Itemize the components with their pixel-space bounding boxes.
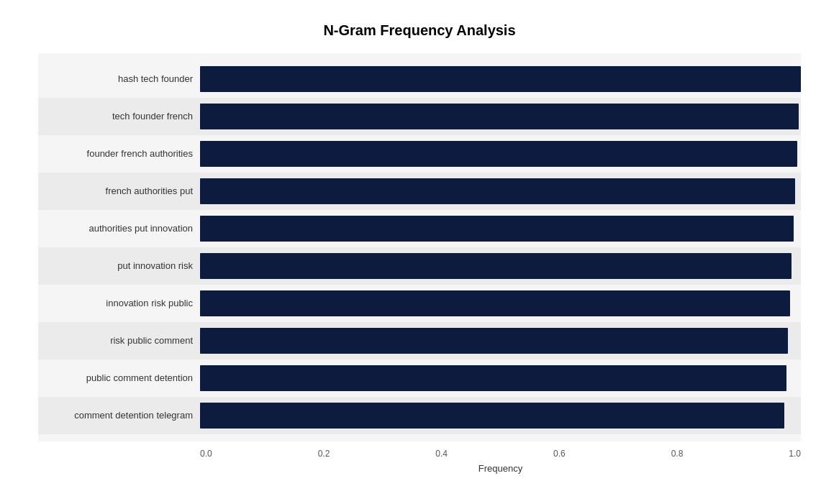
bar-row: put innovation risk [38,247,801,285]
bar-row: risk public comment [38,322,801,359]
x-ticks: 0.00.20.40.60.81.0 [200,446,801,459]
bar-fill [200,328,788,354]
x-tick: 0.6 [553,449,566,459]
x-axis-label: Frequency [200,463,801,474]
bar-track [200,290,801,316]
bar-track [200,403,801,429]
x-tick: 0.0 [200,449,212,459]
bar-label: hash tech founder [38,73,200,84]
bar-track [200,104,801,129]
bar-track [200,365,801,391]
bar-track [200,141,801,167]
bar-row: hash tech founder [38,60,801,98]
bar-track [200,328,801,354]
bar-fill [200,290,790,316]
bar-fill [200,104,799,129]
chart-title: N-Gram Frequency Analysis [38,22,801,39]
bar-row: tech founder french [38,98,801,135]
bar-fill [200,141,797,167]
bar-fill [200,66,801,92]
bar-label: risk public comment [38,335,200,346]
bar-track [200,66,801,92]
chart-container: N-Gram Frequency Analysis hash tech foun… [24,8,815,497]
bar-row: authorities put innovation [38,210,801,247]
bar-fill [200,253,792,279]
x-tick: 0.4 [435,449,448,459]
bar-label: authorities put innovation [38,223,200,234]
bar-fill [200,365,786,391]
x-tick: 0.8 [671,449,684,459]
bar-label: french authorities put [38,185,200,196]
x-axis: 0.00.20.40.60.81.0 [200,446,801,459]
chart-area: hash tech foundertech founder frenchfoun… [38,53,801,441]
bar-row: comment detention telegram [38,397,801,434]
bar-label: founder french authorities [38,148,200,159]
bar-fill [200,403,784,429]
x-tick: 1.0 [789,449,801,459]
bar-label: innovation risk public [38,298,200,308]
bar-label: comment detention telegram [38,410,200,421]
bar-row: french authorities put [38,173,801,210]
bar-fill [200,216,794,242]
bar-row: public comment detention [38,359,801,397]
bar-label: public comment detention [38,372,200,383]
bar-fill [200,178,795,204]
bar-track [200,253,801,279]
bar-label: tech founder french [38,111,200,122]
x-tick: 0.2 [318,449,330,459]
bar-row: innovation risk public [38,285,801,322]
bar-row: founder french authorities [38,135,801,173]
bar-track [200,216,801,242]
bar-label: put innovation risk [38,260,200,271]
bar-track [200,178,801,204]
chart-inner: hash tech foundertech founder frenchfoun… [38,53,801,474]
